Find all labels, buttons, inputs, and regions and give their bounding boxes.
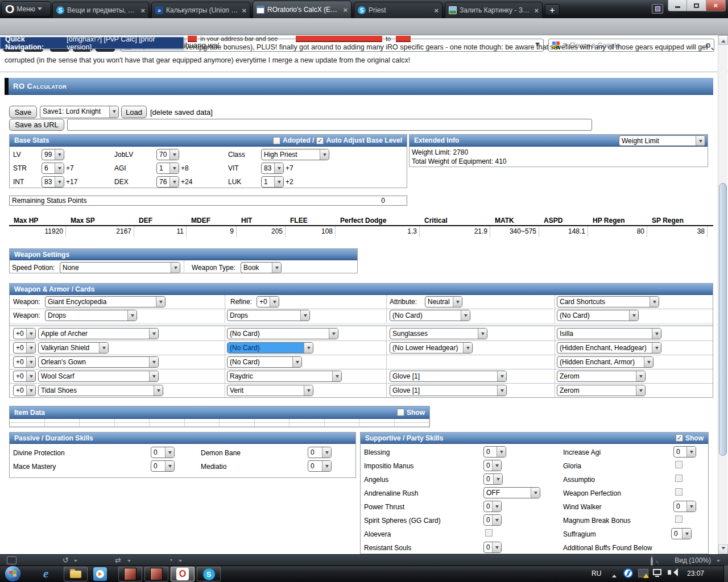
chevron-down-icon[interactable]	[127, 560, 131, 564]
garment-refine-select[interactable]: +0	[13, 371, 36, 382]
weapon-perfection-checkbox[interactable]	[675, 488, 682, 496]
party-skills-show-checkbox[interactable]: ✓	[676, 434, 683, 442]
luk-select[interactable]: 1	[261, 176, 284, 188]
suffragium-select[interactable]: 0	[671, 528, 692, 539]
accessory-2-select[interactable]: Glove [1]	[390, 385, 507, 396]
weapon-card-4-select[interactable]: (No Card)	[557, 310, 639, 321]
class-select[interactable]: High Priest	[261, 149, 329, 160]
save-slot-select[interactable]: Save1: Lord Knight	[40, 106, 119, 118]
delete-saved-data-link[interactable]: [delete saved data]	[150, 108, 213, 117]
armor-card-select[interactable]: (No Card)	[227, 356, 302, 368]
power-thrust-select[interactable]: 0	[483, 501, 502, 512]
clock[interactable]: 23:07	[687, 569, 704, 577]
shield-card-select-selected[interactable]: (No Card)	[227, 342, 313, 354]
tab-close-icon[interactable]: ×	[242, 6, 246, 15]
weapon-card-3-select[interactable]: (No Card)	[390, 310, 470, 321]
turbo-icon[interactable]: ◔	[168, 556, 173, 564]
new-tab-button[interactable]: +	[545, 4, 560, 15]
joblv-select[interactable]: 70	[156, 149, 179, 160]
demon-bane-select[interactable]: 0	[308, 447, 332, 458]
chevron-down-icon[interactable]	[179, 560, 182, 564]
chevron-down-icon[interactable]	[74, 560, 77, 564]
item-data-show-checkbox[interactable]	[397, 409, 404, 416]
opera-menu-button[interactable]: O Меню	[1, 1, 51, 16]
garment-select[interactable]: Wool Scarf	[38, 371, 159, 382]
mid-headgear-card-select[interactable]: Isilla	[557, 328, 661, 339]
auto-adjust-checkbox[interactable]: ✓	[316, 137, 324, 144]
footgear-select[interactable]: Tidal Shoes	[38, 385, 163, 396]
save-as-url-button[interactable]: Save as URL	[9, 119, 64, 131]
str-select[interactable]: 6	[42, 163, 64, 174]
weapon-card-2-select[interactable]: Drops	[227, 310, 310, 321]
headgear-enchant-select[interactable]: (Hidden Enchant, Headgear)	[557, 342, 661, 354]
highlighted-link-fragment[interactable]	[296, 36, 382, 42]
tab-image-upload[interactable]: Залить Картинку - Заг... ×	[445, 2, 543, 18]
unite-icon[interactable]: ⇄	[115, 556, 121, 564]
int-select[interactable]: 83	[42, 176, 64, 188]
scrollbar-thumb[interactable]	[719, 183, 727, 456]
view-zoom-label[interactable]: Вид (100%)	[675, 556, 711, 564]
upper-headgear-refine-select[interactable]: +0	[13, 328, 36, 339]
weapon-select[interactable]: Giant Encyclopedia	[45, 296, 166, 307]
armor-refine-select[interactable]: +0	[13, 356, 36, 368]
close-button[interactable]: ×	[706, 0, 725, 11]
start-button[interactable]	[5, 566, 20, 581]
restore-button[interactable]	[687, 0, 706, 11]
increase-agi-select[interactable]: 0	[673, 446, 696, 458]
chevron-down-icon[interactable]	[109, 106, 118, 118]
game-1-button[interactable]	[118, 567, 142, 581]
page-scrollbar[interactable]	[718, 35, 727, 554]
tab-close-icon[interactable]: ×	[140, 6, 145, 15]
game-2-button[interactable]	[144, 567, 168, 581]
volume-tray-icon[interactable]	[668, 570, 671, 575]
upper-headgear-card-select[interactable]: (No Card)	[227, 328, 338, 339]
mediatio-select[interactable]: 0	[308, 460, 332, 472]
agi-select[interactable]: 1	[156, 163, 179, 174]
opera-taskbar-button-active[interactable]: O	[171, 567, 195, 581]
dex-select[interactable]: 76	[156, 176, 179, 188]
angelus-select[interactable]: 0	[483, 473, 503, 485]
card-shortcuts-select[interactable]: Card Shortcuts	[557, 296, 659, 307]
tab-close-icon[interactable]: ×	[534, 6, 539, 15]
tab-priest[interactable]: S Priest ×	[354, 2, 442, 18]
tab-close-icon[interactable]: ×	[434, 6, 439, 15]
media-player-icon[interactable]	[93, 567, 107, 581]
assumptio-checkbox[interactable]	[675, 475, 682, 482]
chevron-down-icon[interactable]	[717, 560, 720, 564]
upper-headgear-select[interactable]: Apple of Archer	[38, 328, 159, 339]
quick-nav-links[interactable]: [omghax!?] [PvP Calc] [prior version]	[67, 35, 179, 51]
save-button[interactable]: Save	[9, 106, 37, 118]
load-button[interactable]: Load	[121, 106, 147, 118]
tab-close-icon[interactable]: ×	[343, 6, 348, 14]
extended-info-select[interactable]: Weight Limit	[619, 135, 705, 146]
scroll-down-button[interactable]	[718, 544, 728, 554]
impositio-manus-select[interactable]: 0	[483, 460, 502, 471]
minimize-button[interactable]	[668, 0, 687, 11]
garment-card-select[interactable]: Raydric	[227, 371, 342, 382]
footgear-refine-select[interactable]: +0	[13, 385, 36, 396]
resistant-souls-select[interactable]: 0	[483, 542, 502, 553]
accessory-2-card-select[interactable]: Zerom	[557, 385, 646, 396]
mid-headgear-select[interactable]: Sunglasses	[390, 328, 487, 339]
weapon-type-select[interactable]: Book	[241, 262, 282, 273]
accessory-1-select[interactable]: Glove [1]	[390, 371, 507, 382]
tab-items[interactable]: S Вещи и предметы, пр... ×	[52, 2, 149, 18]
tab-calculators[interactable]: » Калькулятры (Union G... ×	[151, 2, 250, 18]
network-tray-icon[interactable]	[653, 569, 661, 575]
armor-select[interactable]: Orlean's Gown	[38, 356, 159, 368]
skype-button[interactable]: S	[197, 567, 221, 581]
footgear-card-select[interactable]: Verit	[227, 385, 313, 396]
spirit-spheres-select[interactable]: 0	[483, 514, 502, 526]
panels-toggle-icon[interactable]	[652, 4, 663, 14]
download-manager-tray-icon[interactable]	[623, 568, 633, 578]
tray-expand-icon[interactable]	[612, 572, 617, 577]
panel-toggle-icon[interactable]	[7, 556, 16, 564]
show-desktop-button[interactable]	[723, 566, 728, 582]
aloevera-checkbox[interactable]	[485, 529, 493, 537]
magnum-break-bonus-checkbox[interactable]	[675, 516, 682, 523]
language-indicator[interactable]: RU	[592, 569, 601, 577]
weapon-refine-select[interactable]: +0	[257, 296, 279, 307]
attribute-select[interactable]: Neutral	[425, 296, 462, 307]
shield-select[interactable]: Valkyrian Shield	[38, 342, 109, 354]
wind-walker-select[interactable]: 0	[673, 501, 696, 512]
